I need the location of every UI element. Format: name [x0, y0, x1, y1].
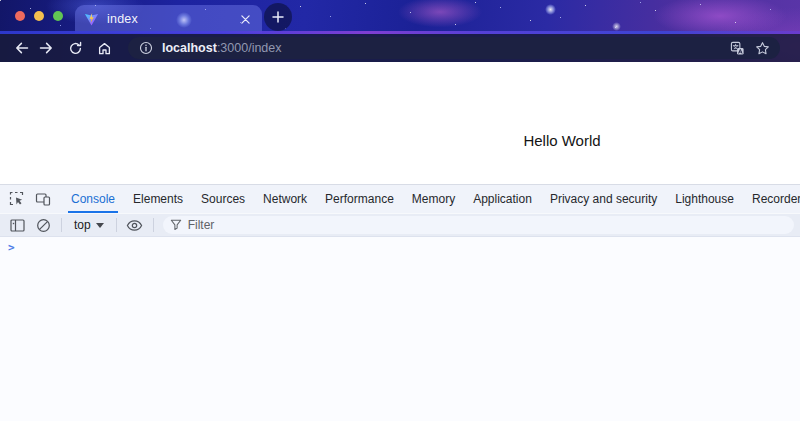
tab-title: index	[107, 12, 229, 26]
home-button[interactable]	[92, 36, 116, 60]
device-toolbar-icon[interactable]	[30, 187, 56, 211]
devtools-tab-memory[interactable]: Memory	[403, 185, 464, 213]
devtools-tab-application[interactable]: Application	[464, 185, 541, 213]
devtools-tab-privacy-security[interactable]: Privacy and security	[541, 185, 666, 213]
devtools-tab-network[interactable]: Network	[254, 185, 316, 213]
tab-strip: index	[0, 0, 800, 33]
plus-icon	[272, 11, 284, 23]
console-filter-field[interactable]	[163, 216, 794, 234]
browser-tab-index[interactable]: index	[75, 5, 262, 33]
toolbar-divider	[116, 218, 117, 232]
toolbar-divider	[153, 218, 154, 232]
reload-button[interactable]	[63, 36, 87, 60]
browser-chrome: index	[0, 0, 800, 62]
minimize-window-button[interactable]	[34, 11, 44, 21]
page-heading: Hello World	[523, 132, 600, 149]
url-path: :3000/index	[217, 41, 282, 55]
clear-console-icon[interactable]	[30, 214, 56, 236]
browser-toolbar: localhost:3000/index	[0, 34, 800, 62]
tab-close-icon[interactable]	[237, 11, 253, 27]
filter-funnel-icon	[170, 219, 182, 231]
close-window-button[interactable]	[15, 11, 25, 21]
toolbar-divider	[61, 218, 62, 232]
page-viewport: Hello World	[0, 62, 800, 184]
live-expression-eye-icon[interactable]	[122, 214, 148, 236]
inspect-element-icon[interactable]	[4, 187, 30, 211]
vite-favicon-icon	[84, 12, 99, 27]
console-prompt-icon: >	[8, 241, 15, 254]
devtools-panel: Console Elements Sources Network Perform…	[0, 184, 800, 421]
devtools-tab-console[interactable]: Console	[62, 185, 124, 213]
back-button[interactable]	[10, 36, 34, 60]
javascript-context-selector[interactable]: top	[67, 218, 111, 232]
translate-icon[interactable]	[728, 39, 746, 57]
devtools-tab-elements[interactable]: Elements	[124, 185, 192, 213]
console-toolbar: top	[0, 213, 800, 237]
forward-button[interactable]	[34, 36, 58, 60]
devtools-tab-lighthouse[interactable]: Lighthouse	[666, 185, 743, 213]
devtools-tabs: Console Elements Sources Network Perform…	[62, 185, 800, 213]
context-label: top	[74, 218, 91, 232]
new-tab-button[interactable]	[264, 3, 292, 31]
address-bar[interactable]: localhost:3000/index	[128, 37, 780, 59]
window-controls	[15, 11, 63, 21]
filter-input[interactable]	[188, 218, 787, 232]
devtools-tab-recorder[interactable]: Recorder	[743, 185, 800, 213]
console-sidebar-toggle-icon[interactable]	[4, 214, 30, 236]
console-messages-area[interactable]: >	[0, 237, 800, 421]
console-input-row[interactable]: >	[0, 237, 800, 258]
bookmark-star-icon[interactable]	[753, 39, 771, 57]
url-text: localhost:3000/index	[162, 41, 721, 55]
browser-window: index	[0, 0, 800, 421]
devtools-tab-performance[interactable]: Performance	[316, 185, 403, 213]
site-info-icon[interactable]	[137, 39, 155, 57]
devtools-tab-bar: Console Elements Sources Network Perform…	[0, 185, 800, 213]
zoom-window-button[interactable]	[53, 11, 63, 21]
devtools-tab-sources[interactable]: Sources	[192, 185, 254, 213]
chevron-down-icon	[96, 223, 104, 228]
url-host: localhost	[162, 41, 217, 55]
